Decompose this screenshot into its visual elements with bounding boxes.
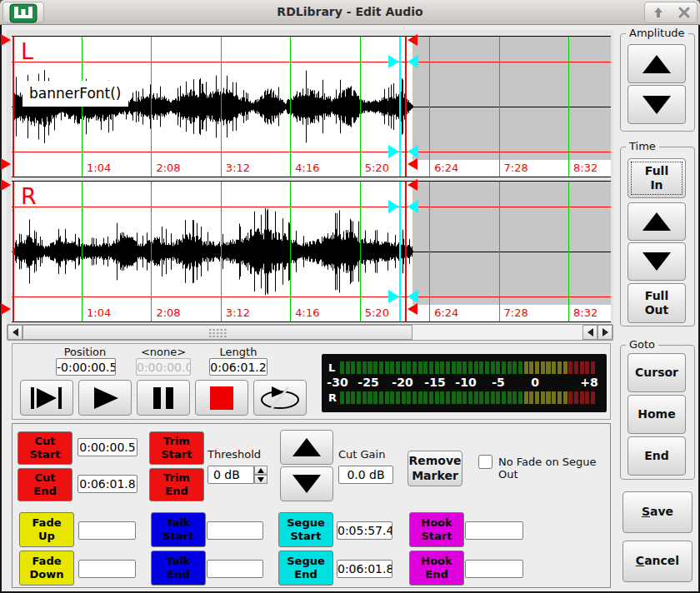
audio-end-region bbox=[412, 182, 611, 305]
no-fade-checkbox[interactable] bbox=[478, 455, 492, 469]
scroll-left-button[interactable] bbox=[8, 325, 22, 340]
goto-end-button[interactable]: End bbox=[628, 436, 686, 476]
segue-handle-icon[interactable] bbox=[408, 200, 418, 213]
cut-end-handle-icon[interactable] bbox=[408, 303, 418, 315]
segue-handle-icon[interactable] bbox=[408, 290, 418, 303]
segue-end-button[interactable]: Segue End bbox=[278, 551, 333, 586]
cut-end-handle-icon[interactable] bbox=[408, 34, 418, 46]
waveform-channel-right[interactable]: R 1:042:083:124:165:206:247:288:32 bbox=[12, 181, 611, 322]
meter-segment bbox=[558, 361, 562, 374]
segue-start-field[interactable] bbox=[337, 521, 392, 540]
time-gridline bbox=[221, 182, 222, 321]
cut-start-handle-icon[interactable] bbox=[1, 179, 11, 191]
cut-start-marker-line[interactable] bbox=[12, 182, 14, 321]
waveform-channel-left[interactable]: L bannerFont() 1:042:083:124:165:206:247… bbox=[12, 36, 611, 177]
cut-end-field[interactable] bbox=[78, 475, 138, 493]
titlebar[interactable]: RDLibrary - Edit Audio bbox=[0, 0, 700, 25]
cut-end-button[interactable]: Cut End bbox=[18, 468, 72, 501]
time-gridline bbox=[82, 182, 82, 321]
meter-segment bbox=[568, 361, 572, 374]
fade-down-button[interactable]: Fade Down bbox=[19, 551, 74, 586]
trim-start-button[interactable]: Trim Start bbox=[149, 431, 204, 465]
segue-handle-icon[interactable] bbox=[388, 145, 399, 158]
cut-end-handle-icon[interactable] bbox=[408, 179, 418, 191]
segue-handle-icon[interactable] bbox=[408, 145, 418, 158]
goto-cursor-button[interactable]: Cursor bbox=[628, 353, 686, 392]
scroll-right-button[interactable] bbox=[598, 325, 612, 340]
play-button[interactable] bbox=[78, 380, 132, 416]
segue-handle-icon[interactable] bbox=[388, 200, 399, 213]
segue-start-marker-line[interactable] bbox=[399, 37, 401, 177]
segue-end-field[interactable] bbox=[337, 560, 392, 578]
pause-button[interactable] bbox=[137, 380, 190, 416]
shade-window-icon[interactable] bbox=[652, 6, 665, 19]
scroll-left-button[interactable] bbox=[582, 325, 598, 340]
segue-start-marker-line[interactable] bbox=[399, 182, 401, 321]
save-button[interactable]: Save bbox=[622, 491, 692, 533]
scrollbar-thumb[interactable] bbox=[22, 325, 412, 340]
meter-segment bbox=[452, 361, 456, 374]
cut-start-field[interactable] bbox=[78, 438, 138, 456]
time-full-in-button[interactable]: Full In bbox=[628, 158, 686, 198]
meter-segment bbox=[385, 391, 389, 404]
talk-start-field[interactable] bbox=[207, 521, 263, 540]
cut-end-marker-line[interactable] bbox=[405, 182, 407, 321]
cut-gain-field[interactable] bbox=[338, 466, 393, 484]
loop-button[interactable] bbox=[253, 380, 307, 416]
fade-up-button[interactable]: Fade Up bbox=[19, 512, 74, 547]
goto-home-button[interactable]: Home bbox=[628, 395, 686, 434]
time-gridline bbox=[290, 182, 291, 321]
time-zoom-out-button[interactable] bbox=[628, 242, 686, 281]
gain-up-button[interactable] bbox=[280, 430, 333, 465]
hook-end-field[interactable] bbox=[465, 560, 523, 578]
fade-up-field[interactable] bbox=[78, 521, 136, 540]
spin-up-button[interactable] bbox=[254, 466, 268, 475]
segue-handle-icon[interactable] bbox=[388, 55, 399, 68]
meter-right-label: R bbox=[328, 391, 337, 404]
goto-group: Goto Cursor Home End bbox=[620, 345, 695, 480]
fade-down-field[interactable] bbox=[78, 560, 136, 578]
amplitude-up-button[interactable] bbox=[628, 44, 686, 83]
cut-start-handle-icon[interactable] bbox=[1, 158, 11, 170]
segue-start-button[interactable]: Segue Start bbox=[278, 512, 333, 547]
position-field[interactable] bbox=[56, 358, 116, 376]
meter-segment bbox=[491, 361, 495, 374]
time-zoom-in-button[interactable] bbox=[628, 202, 686, 241]
stop-button[interactable] bbox=[195, 380, 248, 416]
play-from-button[interactable] bbox=[20, 380, 73, 416]
cut-end-marker-line[interactable] bbox=[405, 37, 407, 177]
cut-end-handle-icon[interactable] bbox=[408, 158, 418, 170]
time-full-out-button[interactable]: Full Out bbox=[628, 283, 686, 323]
segue-handle-icon[interactable] bbox=[388, 290, 399, 303]
meter-segment bbox=[552, 361, 556, 374]
trim-end-button[interactable]: Trim End bbox=[149, 468, 204, 501]
amplitude-down-button[interactable] bbox=[628, 85, 686, 124]
threshold-field[interactable] bbox=[208, 466, 254, 484]
talk-end-button[interactable]: Talk End bbox=[151, 551, 206, 586]
window-controls bbox=[644, 2, 698, 23]
hook-start-button[interactable]: Hook Start bbox=[409, 512, 464, 547]
talk-end-field[interactable] bbox=[207, 560, 263, 578]
meter-segment bbox=[529, 361, 533, 374]
time-gridline bbox=[568, 37, 569, 177]
remove-marker-button[interactable]: Remove Marker bbox=[408, 451, 462, 486]
meter-scale-label: -25 bbox=[358, 376, 378, 389]
meter-segment bbox=[379, 391, 383, 404]
segue-handle-icon[interactable] bbox=[408, 55, 418, 68]
spin-down-button[interactable] bbox=[254, 475, 268, 484]
cut-start-button[interactable]: Cut Start bbox=[18, 431, 72, 465]
waveform-scrollbar[interactable] bbox=[7, 324, 613, 341]
cancel-button[interactable]: Cancel bbox=[622, 541, 692, 582]
cut-start-marker-line[interactable] bbox=[12, 37, 14, 177]
close-window-icon[interactable] bbox=[678, 6, 691, 19]
gain-down-button[interactable] bbox=[280, 466, 333, 501]
meter-segment bbox=[340, 391, 344, 404]
cut-start-handle-icon[interactable] bbox=[1, 303, 11, 315]
waveform-trace bbox=[12, 182, 413, 305]
cut-start-handle-icon[interactable] bbox=[1, 34, 11, 46]
hook-start-field[interactable] bbox=[465, 521, 523, 540]
length-field[interactable] bbox=[209, 358, 268, 376]
hook-end-button[interactable]: Hook End bbox=[409, 551, 464, 586]
meter-segment bbox=[546, 361, 550, 374]
talk-start-button[interactable]: Talk Start bbox=[151, 512, 206, 547]
